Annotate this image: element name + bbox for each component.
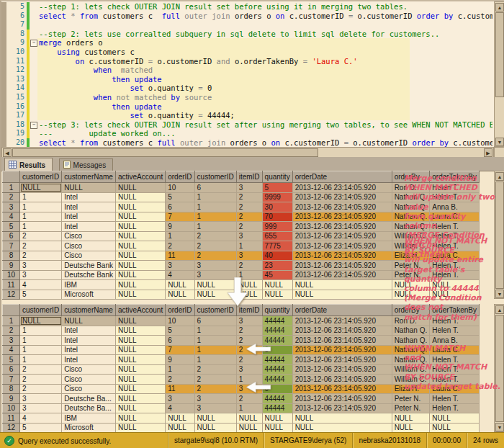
column-header-customerID[interactable]: customerID bbox=[20, 305, 62, 316]
grid-cell[interactable]: 1 bbox=[20, 326, 62, 336]
row-header[interactable]: 8 bbox=[3, 384, 20, 394]
grid-cell[interactable]: 7 bbox=[166, 212, 194, 222]
tab-results[interactable]: Results bbox=[4, 158, 53, 171]
grid-cell[interactable]: 5 bbox=[166, 192, 194, 202]
grid-cell[interactable]: 1 bbox=[166, 231, 194, 241]
grid-cell[interactable]: 5 bbox=[166, 326, 194, 336]
select-all-corner[interactable] bbox=[3, 305, 20, 316]
grid-cell[interactable]: 3 bbox=[20, 394, 62, 404]
tab-messages[interactable]: Messages bbox=[59, 158, 114, 171]
grid-cell[interactable]: IBM bbox=[62, 280, 116, 290]
scroll-down-icon[interactable]: ▼ bbox=[495, 138, 504, 146]
grid-cell[interactable]: Intel bbox=[62, 355, 116, 365]
row-header[interactable]: 5 bbox=[3, 355, 20, 365]
grid-cell[interactable]: 2 bbox=[194, 364, 236, 375]
sql-editor[interactable]: 5--step 1: lets check OUTER JOIN result … bbox=[0, 0, 504, 157]
grid-cell[interactable]: NULL bbox=[115, 183, 165, 193]
column-header-quantity[interactable]: quantity bbox=[262, 171, 292, 183]
row-header[interactable]: 3 bbox=[3, 202, 20, 212]
grid-cell[interactable]: 5 bbox=[20, 423, 62, 433]
grid-cell[interactable]: Deutsche Bank bbox=[62, 270, 116, 280]
grid-cell[interactable]: NULL bbox=[236, 423, 262, 433]
grid-cell[interactable]: NULL bbox=[115, 355, 165, 365]
grid-cell[interactable]: 2013-12-06 23:14:05.920 bbox=[292, 202, 392, 212]
row-header[interactable]: 12 bbox=[3, 290, 20, 300]
grid-cell[interactable]: 6 bbox=[166, 336, 194, 346]
grid-cell[interactable]: 2013-12-06 23:14:05.920 bbox=[292, 375, 392, 385]
grid-cell[interactable]: 2 bbox=[194, 241, 236, 251]
grid-cell[interactable]: 6 bbox=[194, 183, 236, 193]
grid-cell[interactable]: Intel bbox=[62, 336, 116, 346]
column-header-customerID[interactable]: customerID bbox=[194, 171, 236, 183]
grid-cell[interactable]: 1 bbox=[20, 212, 62, 222]
grid-cell[interactable]: Intel bbox=[62, 345, 116, 355]
grid-cell[interactable]: Deutsche Bank bbox=[62, 261, 116, 271]
grid-cell[interactable]: NULL bbox=[115, 231, 165, 241]
row-header[interactable]: 7 bbox=[3, 241, 20, 251]
collapse-icon[interactable]: − bbox=[30, 122, 37, 129]
row-header[interactable]: 3 bbox=[3, 336, 20, 346]
grid-cell[interactable]: 1 bbox=[194, 212, 236, 222]
row-header[interactable]: 2 bbox=[3, 192, 20, 202]
grid-cell[interactable]: NULL bbox=[115, 280, 165, 290]
grid-cell[interactable]: 6 bbox=[166, 202, 194, 212]
grid-cell[interactable]: 1 bbox=[194, 336, 236, 346]
grid-cell[interactable]: 2013-12-06 23:14:05.920 bbox=[292, 316, 392, 326]
grid-cell[interactable]: 2013-12-06 23:14:05.920 bbox=[292, 192, 392, 202]
grid-cell[interactable]: NULL bbox=[115, 345, 165, 355]
grid-cell[interactable]: 4 bbox=[166, 270, 194, 280]
column-header-orderDate[interactable]: orderDate bbox=[292, 171, 392, 183]
grid-cell[interactable]: 45 bbox=[262, 270, 292, 280]
grid-cell[interactable]: 44444 bbox=[262, 316, 292, 326]
grid-cell[interactable]: 23 bbox=[262, 261, 292, 271]
grid-cell[interactable]: 1 bbox=[20, 355, 62, 365]
grid-cell[interactable]: NULL bbox=[115, 326, 165, 336]
scroll-up-icon[interactable]: ▲ bbox=[495, 3, 504, 12]
grid-cell[interactable]: NULL bbox=[115, 423, 165, 433]
grid-cell[interactable]: 2013-12-06 23:14:05.920 bbox=[292, 183, 392, 193]
grid-cell[interactable]: 3 bbox=[194, 394, 236, 404]
grid-cell[interactable]: NULL bbox=[115, 251, 165, 261]
grid-cell[interactable]: 2013-12-06 23:14:05.920 bbox=[292, 241, 392, 251]
grid-cell[interactable]: 2 bbox=[20, 375, 62, 385]
grid-cell[interactable]: NULL bbox=[430, 423, 480, 433]
grid-cell[interactable]: 2 bbox=[194, 375, 236, 385]
grid-cell[interactable]: 70 bbox=[262, 212, 292, 222]
grid-cell[interactable]: 1 bbox=[20, 336, 62, 346]
grid-cell[interactable]: NULL bbox=[115, 261, 165, 271]
grid-cell[interactable]: 2 bbox=[20, 231, 62, 241]
grid-cell[interactable]: NULL bbox=[115, 222, 165, 232]
grid-cell[interactable]: Cisco bbox=[62, 231, 116, 241]
column-header-activeAccount[interactable]: activeAccount bbox=[115, 305, 165, 316]
row-header[interactable]: 6 bbox=[3, 231, 20, 241]
grid-cell[interactable]: 2 bbox=[236, 192, 262, 202]
grid-cell[interactable]: 10 bbox=[166, 183, 194, 193]
grid-cell[interactable]: 4 bbox=[20, 280, 62, 290]
grid-cell[interactable]: NULL bbox=[262, 423, 292, 433]
grid-cell[interactable]: Peter N. bbox=[392, 394, 430, 404]
grid-cell[interactable]: 1 bbox=[194, 326, 236, 336]
editor-hscrollbar[interactable]: ◀ ▶ bbox=[1, 147, 494, 158]
grid-cell[interactable]: 2 bbox=[194, 251, 236, 261]
grid-cell[interactable]: 2 bbox=[194, 231, 236, 241]
grid-cell[interactable]: NULL bbox=[166, 290, 194, 300]
grid-cell[interactable]: NULL bbox=[115, 413, 165, 424]
grid-cell[interactable]: 5 bbox=[20, 290, 62, 300]
grid-cell[interactable]: 3 bbox=[194, 403, 236, 413]
grid-cell[interactable]: 9999 bbox=[262, 192, 292, 202]
grid-cell[interactable]: 3 bbox=[166, 261, 194, 271]
editor-vscrollbar[interactable]: ▲ ▼ bbox=[494, 1, 504, 147]
grid-cell[interactable]: Cisco bbox=[62, 384, 116, 394]
grid-cell[interactable]: 2013-12-06 23:14:05.920 bbox=[292, 212, 392, 222]
row-header[interactable]: 7 bbox=[3, 375, 20, 385]
scroll-down-icon[interactable]: ▼ bbox=[495, 423, 504, 431]
editor-hscroll-thumb[interactable] bbox=[12, 148, 318, 157]
column-header-itemID[interactable]: itemID bbox=[236, 171, 262, 183]
row-header[interactable]: 4 bbox=[3, 212, 20, 222]
grid-cell[interactable]: NULL bbox=[166, 423, 194, 433]
grid-cell[interactable]: 3 bbox=[236, 231, 262, 241]
grid-cell[interactable]: 3 bbox=[236, 316, 262, 326]
grid-cell[interactable]: 44444 bbox=[262, 364, 292, 375]
grid-cell[interactable]: Intel bbox=[62, 212, 116, 222]
grid-cell[interactable]: NULL bbox=[292, 280, 392, 290]
